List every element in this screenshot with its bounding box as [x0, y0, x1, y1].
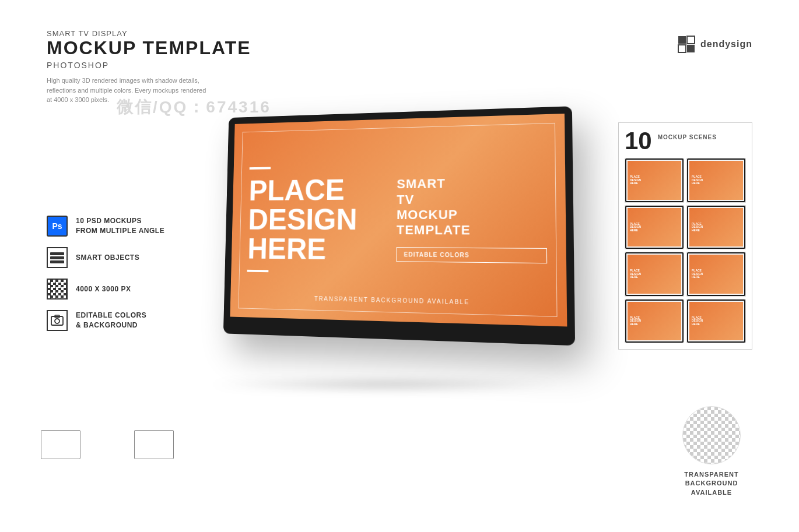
transparent-badge: TRANSPARENTBACKGROUNDAVAILABLE — [671, 406, 752, 497]
preview-thumb-4: PLACEDESIGNHERE — [686, 205, 746, 250]
tv-shadow — [204, 379, 566, 390]
tv-outer-frame: PLACEDESIGNHERE SMARTTVMOCKUPTEMPLATE ED… — [223, 106, 575, 346]
preview-thumb-5: PLACEDESIGNHERE — [625, 252, 684, 297]
feature-smart: SMART OBJECTS — [47, 247, 164, 268]
logo: dendysign — [677, 35, 752, 54]
header-section: Smart TV Display Mockup Template Photosh… — [47, 29, 251, 105]
checker-circle — [682, 406, 741, 464]
tv-dash-bottom — [247, 270, 269, 272]
tv-dash-top — [250, 167, 271, 170]
bottom-angle-thumbs — [41, 430, 267, 494]
transparent-label: TRANSPARENTBACKGROUNDAVAILABLE — [671, 470, 752, 497]
mini-tv-7: PLACEDESIGNHERE — [628, 302, 681, 341]
mini-tv-text-7: PLACEDESIGNHERE — [630, 316, 679, 326]
angle-thumb-8 — [134, 465, 174, 494]
tv-place-line1: PLACEDESIGNHERE — [247, 174, 386, 265]
preview-grid-box: 10 MOCKUP SCENES PLACEDESIGNHERE PLACEDE… — [618, 122, 752, 350]
feature-editable-text: EDITABLE COLORS& BACKGROUND — [76, 311, 146, 330]
preview-count: 10 — [625, 129, 652, 153]
feature-psd: Ps 10 PSD MOCKUPSFROM MULTIPLE ANGLE — [47, 216, 164, 237]
preview-thumb-grid: PLACEDESIGNHERE PLACEDESIGNHERE PLACEDES… — [625, 158, 746, 343]
angle-thumb-9 — [181, 465, 220, 494]
angle-thumb-2 — [87, 430, 127, 459]
tv-frame: PLACEDESIGNHERE SMARTTVMOCKUPTEMPLATE ED… — [187, 111, 583, 373]
feature-resolution-text: 4000 X 3000 PX — [76, 284, 131, 294]
mini-tv-1: PLACEDESIGNHERE — [628, 161, 681, 200]
tv-mockup: PLACEDESIGNHERE SMARTTVMOCKUPTEMPLATE ED… — [187, 111, 583, 373]
layers-icon — [47, 247, 68, 268]
mini-tv-text-1: PLACEDESIGNHERE — [630, 175, 679, 185]
svg-point-5 — [55, 319, 59, 323]
preview-thumb-1: PLACEDESIGNHERE — [625, 158, 684, 203]
feature-psd-text: 10 PSD MOCKUPSFROM MULTIPLE ANGLE — [76, 216, 164, 236]
mini-tv-3: PLACEDESIGNHERE — [628, 208, 681, 247]
mini-tv-8: PLACEDESIGNHERE — [689, 302, 743, 341]
preview-thumb-2: PLACEDESIGNHERE — [686, 158, 746, 203]
mini-tv-text-6: PLACEDESIGNHERE — [692, 269, 741, 279]
checker-icon — [47, 279, 68, 300]
preview-thumb-3: PLACEDESIGNHERE — [625, 205, 684, 250]
feature-resolution: 4000 X 3000 PX — [47, 279, 164, 300]
angle-thumb-5 — [227, 430, 267, 459]
watermark: 微信/QQ：674316 — [117, 96, 271, 118]
right-preview-panel: 10 MOCKUP SCENES PLACEDESIGNHERE PLACEDE… — [618, 122, 752, 350]
svg-rect-0 — [678, 36, 686, 44]
angle-thumb-3 — [134, 430, 174, 459]
tv-editable-box: EDITABLE COLORS — [396, 247, 547, 263]
svg-rect-3 — [687, 36, 695, 44]
mini-tv-4: PLACEDESIGNHERE — [689, 208, 743, 247]
photo-icon — [47, 310, 68, 331]
tv-editable-text: EDITABLE COLORS — [404, 251, 539, 259]
header-subtitle: Smart TV Display — [47, 29, 251, 38]
feature-editable: EDITABLE COLORS& BACKGROUND — [47, 310, 164, 331]
angle-thumb-10 — [227, 465, 267, 494]
angle-thumb-6 — [41, 465, 80, 494]
layer-bar-3 — [50, 260, 64, 263]
svg-rect-1 — [687, 45, 695, 52]
angle-thumb-1 — [41, 430, 80, 459]
header-subtitle2: Photoshop — [47, 61, 251, 70]
feature-smart-text: SMART OBJECTS — [76, 253, 139, 263]
mini-tv-text-4: PLACEDESIGNHERE — [692, 223, 741, 232]
tv-smart-text: SMARTTVMOCKUPTEMPLATE — [397, 175, 547, 239]
ps-icon: Ps — [47, 216, 68, 237]
angle-thumb-4 — [181, 430, 220, 459]
preview-thumb-6: PLACEDESIGNHERE — [686, 252, 746, 297]
mini-tv-5: PLACEDESIGNHERE — [628, 255, 681, 294]
tv-screen: PLACEDESIGNHERE SMARTTVMOCKUPTEMPLATE ED… — [230, 114, 567, 326]
mini-tv-text-8: PLACEDESIGNHERE — [692, 316, 741, 326]
mini-tv-text-2: PLACEDESIGNHERE — [692, 175, 741, 185]
header-title: Mockup Template — [47, 38, 251, 58]
layer-bar-1 — [50, 252, 64, 255]
tv-right-text: SMARTTVMOCKUPTEMPLATE EDITABLE COLORS — [384, 132, 548, 308]
features-list: Ps 10 PSD MOCKUPSFROM MULTIPLE ANGLE SMA… — [47, 216, 164, 341]
tv-left-text: PLACEDESIGNHERE — [246, 136, 386, 304]
mini-tv-2: PLACEDESIGNHERE — [689, 161, 743, 200]
mini-tv-6: PLACEDESIGNHERE — [689, 255, 743, 294]
mini-tv-text-3: PLACEDESIGNHERE — [630, 223, 679, 232]
logo-text: dendysign — [700, 39, 752, 50]
layer-bar-2 — [50, 256, 64, 259]
mini-tv-text-5: PLACEDESIGNHERE — [630, 269, 679, 279]
preview-thumb-7: PLACEDESIGNHERE — [625, 299, 684, 344]
angle-thumb-7 — [87, 465, 127, 494]
svg-rect-2 — [678, 45, 686, 52]
preview-header: 10 MOCKUP SCENES — [625, 129, 746, 153]
preview-thumb-8: PLACEDESIGNHERE — [686, 299, 746, 344]
preview-label: MOCKUP SCENES — [658, 133, 717, 141]
logo-icon — [677, 35, 696, 54]
